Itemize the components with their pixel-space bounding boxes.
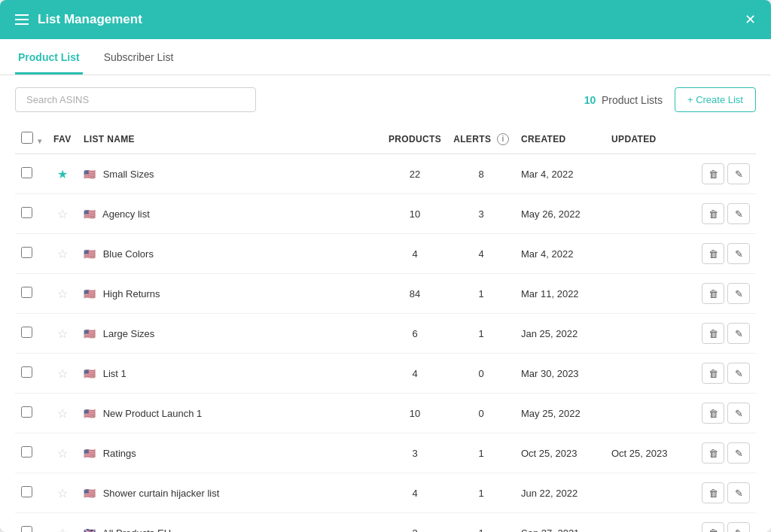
flag-icon: 🇺🇸	[84, 448, 96, 459]
flag-icon: 🇺🇸	[84, 208, 96, 220]
edit-button[interactable]: ✎	[727, 243, 750, 264]
table-container: ▾ FAV LIST NAME PRODUCTS ALERTS i CREATE…	[0, 124, 771, 532]
alerts-cell: 0	[447, 394, 515, 433]
row-checkbox[interactable]	[21, 287, 32, 298]
alerts-info-icon[interactable]: i	[497, 133, 509, 145]
edit-button[interactable]: ✎	[727, 203, 750, 224]
row-checkbox-cell	[15, 274, 47, 314]
star-empty-icon[interactable]: ☆	[57, 327, 68, 340]
products-cell: 10	[382, 194, 447, 234]
delete-button[interactable]: 🗑	[702, 203, 724, 224]
row-checkbox[interactable]	[21, 406, 32, 418]
edit-button[interactable]: ✎	[727, 323, 750, 344]
star-filled-icon[interactable]: ★	[57, 168, 68, 181]
star-empty-icon[interactable]: ☆	[57, 367, 68, 380]
close-button[interactable]: ✕	[745, 13, 756, 26]
header-alerts: ALERTS i	[447, 124, 515, 154]
edit-button[interactable]: ✎	[727, 163, 750, 184]
table-row: ☆ 🇺🇸 Shower curtain hijacker list 4 1 Ju…	[15, 473, 756, 513]
flag-icon: 🇺🇸	[84, 368, 96, 379]
list-name-label: Agency list	[102, 208, 150, 220]
alerts-cell: 1	[447, 314, 515, 354]
actions-cell: 🗑 ✎	[696, 354, 756, 394]
list-name-label: New Product Launch 1	[103, 408, 203, 419]
star-empty-icon[interactable]: ☆	[57, 487, 68, 500]
updated-cell: Oct 25, 2023	[605, 433, 696, 473]
row-checkbox[interactable]	[21, 167, 32, 178]
select-all-checkbox[interactable]	[21, 132, 33, 144]
delete-button[interactable]: 🗑	[702, 163, 724, 184]
modal-body: Product List Subscriber List 10 Product …	[0, 39, 771, 532]
star-empty-icon[interactable]: ☆	[57, 527, 68, 533]
delete-button[interactable]: 🗑	[702, 442, 724, 464]
row-checkbox-cell	[15, 194, 47, 234]
created-cell: Oct 25, 2023	[515, 433, 605, 473]
products-cell: 4	[382, 354, 447, 394]
delete-button[interactable]: 🗑	[702, 323, 724, 344]
alerts-cell: 1	[447, 513, 515, 533]
header-checkbox-col: ▾	[15, 124, 47, 154]
chevron-down-icon: ▾	[38, 137, 41, 145]
products-cell: 22	[382, 154, 447, 194]
alerts-cell: 1	[447, 433, 515, 473]
star-empty-icon[interactable]: ☆	[57, 447, 68, 460]
star-empty-icon[interactable]: ☆	[57, 407, 68, 420]
row-checkbox[interactable]	[21, 486, 32, 497]
list-name-cell: 🇺🇸 List 1	[78, 354, 382, 394]
actions-cell: 🗑 ✎	[696, 433, 756, 473]
delete-button[interactable]: 🗑	[702, 482, 724, 503]
table-row: ★ 🇺🇸 Small Sizes 22 8 Mar 4, 2022 🗑 ✎	[15, 154, 756, 194]
table-row: ☆ 🇺🇸 Ratings 3 1 Oct 25, 2023 Oct 25, 20…	[15, 433, 756, 473]
tab-product-list[interactable]: Product List	[15, 39, 83, 74]
edit-button[interactable]: ✎	[727, 403, 750, 424]
updated-cell	[605, 314, 696, 354]
delete-button[interactable]: 🗑	[702, 283, 724, 304]
updated-cell	[605, 394, 696, 433]
products-cell: 4	[382, 234, 447, 274]
row-checkbox[interactable]	[21, 446, 32, 458]
actions-cell: 🗑 ✎	[696, 513, 756, 533]
delete-button[interactable]: 🗑	[702, 522, 724, 532]
star-empty-icon[interactable]: ☆	[57, 208, 68, 220]
updated-cell	[605, 154, 696, 194]
updated-cell	[605, 234, 696, 274]
list-count-label: Product Lists	[602, 94, 663, 106]
row-checkbox[interactable]	[21, 526, 32, 532]
row-checkbox-cell	[15, 433, 47, 473]
modal-header: List Management ✕	[0, 0, 771, 39]
flag-icon: 🇺🇸	[84, 248, 96, 260]
table-row: ☆ 🇺🇸 List 1 4 0 Mar 30, 2023 🗑 ✎	[15, 354, 756, 394]
hamburger-icon[interactable]	[15, 14, 29, 25]
edit-button[interactable]: ✎	[727, 482, 750, 503]
row-checkbox[interactable]	[21, 207, 32, 218]
row-checkbox[interactable]	[21, 327, 32, 338]
delete-button[interactable]: 🗑	[702, 243, 724, 264]
row-checkbox[interactable]	[21, 366, 32, 378]
table-header-row: ▾ FAV LIST NAME PRODUCTS ALERTS i CREATE…	[15, 124, 756, 154]
list-name-cell: 🇺🇸 Agency list	[78, 194, 382, 234]
edit-button[interactable]: ✎	[727, 442, 750, 464]
list-management-modal: List Management ✕ Product List Subscribe…	[0, 0, 771, 532]
delete-button[interactable]: 🗑	[702, 363, 724, 384]
delete-button[interactable]: 🗑	[702, 403, 724, 424]
products-cell: 3	[382, 433, 447, 473]
star-empty-icon[interactable]: ☆	[57, 287, 68, 300]
header-actions	[696, 124, 756, 154]
created-cell: Mar 11, 2022	[515, 274, 605, 314]
search-input[interactable]	[15, 87, 256, 112]
header-products: PRODUCTS	[382, 124, 447, 154]
header-left: List Management	[15, 12, 142, 27]
created-cell: Mar 4, 2022	[515, 154, 605, 194]
created-cell: Mar 4, 2022	[515, 234, 605, 274]
tab-subscriber-list[interactable]: Subscriber List	[101, 39, 177, 74]
edit-button[interactable]: ✎	[727, 283, 750, 304]
row-checkbox[interactable]	[21, 247, 32, 258]
created-cell: May 25, 2022	[515, 394, 605, 433]
list-name-cell: 🇬🇧 All Products EU	[78, 513, 382, 533]
updated-cell	[605, 194, 696, 234]
list-name-cell: 🇺🇸 Ratings	[78, 433, 382, 473]
star-empty-icon[interactable]: ☆	[57, 248, 68, 260]
create-list-button[interactable]: + Create List	[675, 87, 756, 112]
edit-button[interactable]: ✎	[727, 363, 750, 384]
edit-button[interactable]: ✎	[727, 522, 750, 532]
